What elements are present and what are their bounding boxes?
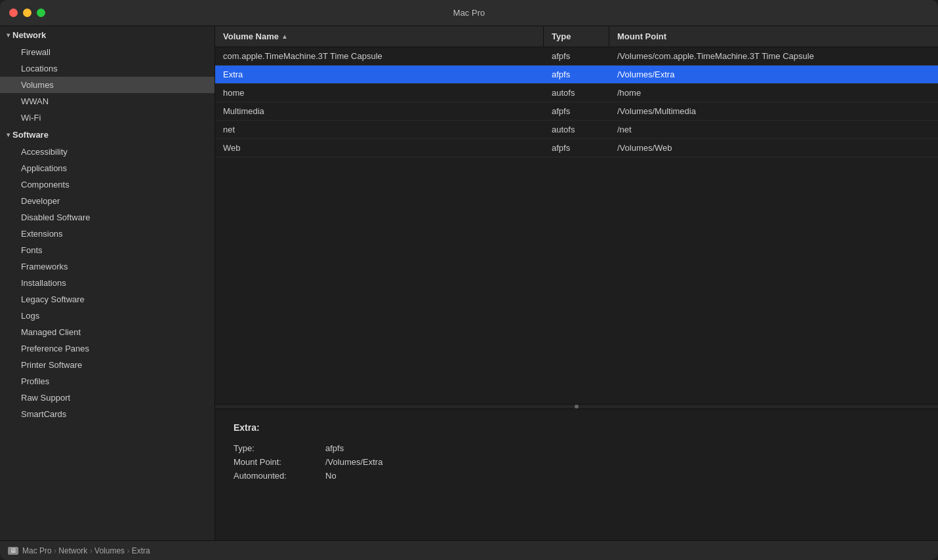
sidebar-item-frameworks[interactable]: Frameworks xyxy=(0,258,214,275)
detail-row: Type:afpfs xyxy=(234,443,920,453)
sidebar-item-label: Components xyxy=(21,180,70,190)
column-header-volume-name[interactable]: Volume Name ▲ xyxy=(215,26,544,47)
cell-mount-point: /Volumes/Extra xyxy=(609,66,938,83)
sidebar-item-disabled-software[interactable]: Disabled Software xyxy=(0,209,214,226)
sidebar-item-label: Disabled Software xyxy=(21,212,91,222)
sidebar-item-volumes[interactable]: Volumes xyxy=(0,77,214,93)
detail-field-label: Mount Point: xyxy=(234,457,325,467)
detail-field-label: Automounted: xyxy=(234,471,325,481)
cell-volume-name: net xyxy=(215,121,544,138)
detail-fields: Type:afpfsMount Point:/Volumes/ExtraAuto… xyxy=(234,443,920,481)
sidebar-item-legacy-software[interactable]: Legacy Software xyxy=(0,291,214,308)
sidebar-item-installations[interactable]: Installations xyxy=(0,275,214,291)
sidebar-item-applications[interactable]: Applications xyxy=(0,160,214,176)
sidebar-item-label: Accessibility xyxy=(21,147,68,157)
sidebar-item-developer[interactable]: Developer xyxy=(0,193,214,209)
sidebar-item-label: Wi-Fi xyxy=(21,113,41,123)
sidebar-item-label: Raw Support xyxy=(21,393,70,403)
sidebar-item-label: WWAN xyxy=(21,96,49,106)
column-header-mount-point[interactable]: Mount Point xyxy=(609,26,938,47)
close-button[interactable] xyxy=(9,9,18,17)
column-header-type[interactable]: Type xyxy=(544,26,609,47)
table-area: Volume Name ▲ Type Mount Point com.apple… xyxy=(215,26,938,404)
collapse-icon: ▾ xyxy=(7,131,10,138)
cell-type: afpfs xyxy=(544,47,609,65)
minimize-button[interactable] xyxy=(23,9,31,17)
breadcrumb-path: Mac Pro › Network › Volumes › Extra xyxy=(22,546,150,555)
cell-volume-name: home xyxy=(215,84,544,102)
table-row[interactable]: com.apple.TimeMachine.3T Time Capsuleafp… xyxy=(215,47,938,66)
table-body: com.apple.TimeMachine.3T Time Capsuleafp… xyxy=(215,47,938,404)
sidebar-item-label: Legacy Software xyxy=(21,294,85,304)
sidebar-item-locations[interactable]: Locations xyxy=(0,60,214,77)
sidebar-item-label: Logs xyxy=(21,311,39,321)
sidebar-item-label: Frameworks xyxy=(21,262,68,271)
table-row[interactable]: netautofs/net xyxy=(215,121,938,139)
sidebar-item-label: Developer xyxy=(21,196,60,206)
detail-field-value: /Volumes/Extra xyxy=(325,457,382,467)
cell-volume-name: Multimedia xyxy=(215,102,544,120)
column-label-volume-name: Volume Name xyxy=(223,31,279,41)
cell-type: autofs xyxy=(544,84,609,102)
sidebar-item-logs[interactable]: Logs xyxy=(0,308,214,324)
sidebar-item-label: SmartCards xyxy=(21,409,66,419)
column-label-type: Type xyxy=(552,31,571,41)
status-bar: 🖥 Mac Pro › Network › Volumes › Extra xyxy=(0,540,938,560)
title-bar: Mac Pro xyxy=(0,0,938,26)
sidebar-item-label: Managed Client xyxy=(21,327,81,337)
sidebar-category-software[interactable]: ▾Software xyxy=(0,126,214,144)
sidebar-item-smartcards[interactable]: SmartCards xyxy=(0,406,214,422)
divider-handle xyxy=(575,405,579,409)
sidebar-item-managed-client[interactable]: Managed Client xyxy=(0,324,214,340)
resize-divider[interactable] xyxy=(215,404,938,409)
sidebar-item-raw-support[interactable]: Raw Support xyxy=(0,390,214,406)
sidebar-item-profiles[interactable]: Profiles xyxy=(0,373,214,390)
sidebar-category-label: Network xyxy=(12,30,46,40)
table-row[interactable]: Extraafpfs/Volumes/Extra xyxy=(215,66,938,84)
maximize-button[interactable] xyxy=(37,9,45,17)
computer-icon: 🖥 xyxy=(8,547,18,555)
cell-volume-name: com.apple.TimeMachine.3T Time Capsule xyxy=(215,47,544,65)
sidebar-item-label: Applications xyxy=(21,163,67,173)
cell-mount-point: /home xyxy=(609,84,938,102)
sidebar-item-extensions[interactable]: Extensions xyxy=(0,226,214,242)
sidebar-item-firewall[interactable]: Firewall xyxy=(0,44,214,60)
table-row[interactable]: homeautofs/home xyxy=(215,84,938,102)
detail-title: Extra: xyxy=(234,422,920,433)
sort-arrow-icon: ▲ xyxy=(281,33,288,40)
cell-type: afpfs xyxy=(544,102,609,120)
table-row[interactable]: Multimediaafpfs/Volumes/Multimedia xyxy=(215,102,938,121)
sidebar-item-label: Firewall xyxy=(21,47,51,57)
cell-type: afpfs xyxy=(544,139,609,157)
sidebar: ▾NetworkFirewallLocationsVolumesWWANWi-F… xyxy=(0,26,215,540)
detail-row: Automounted:No xyxy=(234,471,920,481)
sidebar-item-label: Volumes xyxy=(21,80,54,90)
sidebar-item-preference-panes[interactable]: Preference Panes xyxy=(0,340,214,357)
sidebar-item-wifi[interactable]: Wi-Fi xyxy=(0,110,214,126)
window-controls xyxy=(9,9,45,17)
sidebar-item-accessibility[interactable]: Accessibility xyxy=(0,144,214,160)
sidebar-item-label: Preference Panes xyxy=(21,344,89,353)
cell-type: afpfs xyxy=(544,66,609,83)
cell-volume-name: Web xyxy=(215,139,544,157)
sidebar-item-components[interactable]: Components xyxy=(0,176,214,193)
cell-volume-name: Extra xyxy=(215,66,544,83)
sidebar-item-wwan[interactable]: WWAN xyxy=(0,93,214,110)
cell-mount-point: /net xyxy=(609,121,938,138)
sidebar-item-label: Fonts xyxy=(21,245,43,255)
sidebar-item-label: Printer Software xyxy=(21,360,82,370)
detail-field-value: No xyxy=(325,471,336,481)
collapse-icon: ▾ xyxy=(7,31,10,39)
cell-mount-point: /Volumes/Multimedia xyxy=(609,102,938,120)
sidebar-item-printer-software[interactable]: Printer Software xyxy=(0,357,214,373)
detail-panel: Extra: Type:afpfsMount Point:/Volumes/Ex… xyxy=(215,409,938,540)
sidebar-item-label: Profiles xyxy=(21,376,49,386)
sidebar-category-network[interactable]: ▾Network xyxy=(0,26,214,44)
sidebar-item-label: Extensions xyxy=(21,229,63,239)
main-layout: ▾NetworkFirewallLocationsVolumesWWANWi-F… xyxy=(0,26,938,540)
sidebar-item-fonts[interactable]: Fonts xyxy=(0,242,214,258)
cell-mount-point: /Volumes/Web xyxy=(609,139,938,157)
detail-field-value: afpfs xyxy=(325,443,344,453)
table-row[interactable]: Webafpfs/Volumes/Web xyxy=(215,139,938,157)
cell-mount-point: /Volumes/com.apple.TimeMachine.3T Time C… xyxy=(609,47,938,65)
